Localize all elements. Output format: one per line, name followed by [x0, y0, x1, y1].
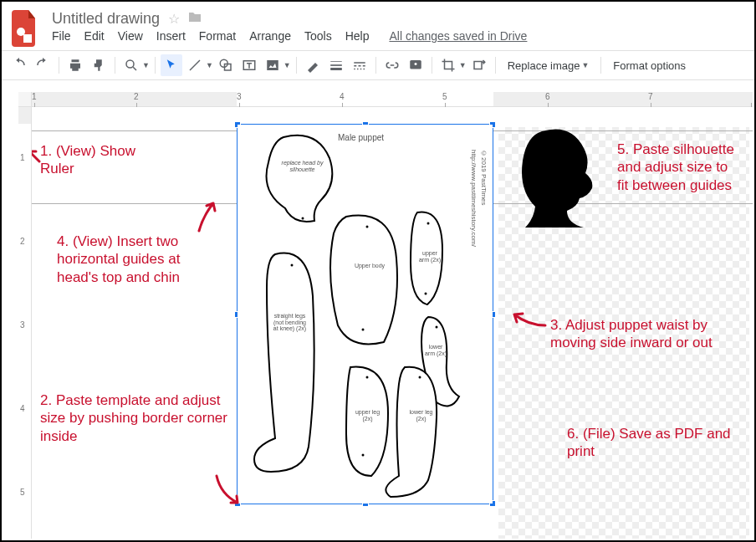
ruler-tick: 4: [340, 92, 345, 101]
svg-point-11: [366, 226, 369, 228]
print-button[interactable]: [64, 54, 86, 76]
zoom-button[interactable]: [120, 54, 142, 76]
puppet-head-label: replace head by silhouette: [279, 160, 325, 172]
ruler-tick: 5: [442, 92, 447, 101]
zoom-dropdown-icon[interactable]: ▼: [142, 61, 150, 69]
image-tool[interactable]: [262, 54, 284, 76]
crop-dropdown-icon[interactable]: ▼: [459, 61, 467, 69]
svg-rect-7: [267, 60, 278, 70]
reset-image-button[interactable]: [468, 54, 490, 76]
menu-bar: File Edit View Insert Format Arrange Too…: [52, 28, 527, 48]
annotation-1: 1. (View) Show Ruler: [40, 142, 166, 178]
puppet-lowerarm-label: lower arm (2x): [423, 344, 448, 356]
border-dash-button[interactable]: [349, 54, 370, 76]
annotation-4: 4. (View) Insert two horizontal guides a…: [57, 233, 224, 286]
menu-tools[interactable]: Tools: [304, 29, 332, 43]
border-color-button[interactable]: [302, 54, 324, 76]
svg-rect-9: [474, 62, 482, 69]
arrow-1: [32, 149, 43, 168]
puppet-upperarm-label: upper arm (2x): [417, 250, 442, 263]
folder-icon[interactable]: [188, 11, 202, 26]
format-options-button[interactable]: Format options: [606, 59, 692, 72]
ruler-tick: 7: [648, 92, 653, 101]
line-dropdown-icon[interactable]: ▼: [206, 61, 213, 69]
titlebar: Untitled drawing ☆ File Edit View Insert…: [2, 2, 754, 50]
paint-format-button[interactable]: [88, 54, 110, 76]
menu-file[interactable]: File: [52, 29, 71, 43]
puppet-upperleg-label: upper leg (2x): [353, 409, 382, 422]
arrow-4: [195, 199, 220, 235]
annotation-6: 6. (File) Save as PDF and print: [567, 425, 734, 461]
border-weight-button[interactable]: [325, 54, 347, 76]
ruler-corner: [18, 92, 32, 107]
ruler-tick: 2: [20, 237, 25, 246]
svg-point-18: [362, 454, 365, 457]
svg-point-14: [425, 293, 427, 295]
svg-point-16: [291, 264, 294, 267]
puppet-lowerleg-label: lower leg (2x): [406, 409, 436, 422]
silhouette-image[interactable]: [517, 127, 600, 228]
ruler-tick: 1: [20, 153, 25, 162]
star-icon[interactable]: ☆: [168, 11, 180, 27]
ruler-tick: 4: [20, 404, 25, 413]
image-dropdown-icon[interactable]: ▼: [284, 61, 291, 69]
drawing-canvas[interactable]: Male puppet ©2019 PastTimes http://www.p…: [32, 107, 753, 539]
menu-format[interactable]: Format: [199, 29, 236, 43]
svg-point-19: [419, 376, 421, 379]
undo-button[interactable]: [8, 54, 30, 76]
svg-point-13: [427, 222, 430, 225]
menu-view[interactable]: View: [118, 29, 143, 43]
app-icon: [10, 8, 40, 49]
arrow-3: [510, 310, 548, 334]
menu-insert[interactable]: Insert: [156, 29, 186, 43]
select-tool[interactable]: [161, 54, 182, 76]
ruler-tick: 5: [20, 488, 25, 497]
save-status[interactable]: All changes saved in Drive: [389, 29, 527, 43]
annotation-2: 2. Paste template and adjust size by pus…: [40, 391, 232, 445]
puppet-upperbody-label: Upper body: [353, 263, 386, 269]
ruler-tick: 2: [134, 92, 139, 101]
menu-edit[interactable]: Edit: [84, 29, 105, 43]
menu-arrange[interactable]: Arrange: [249, 29, 291, 43]
ruler-tick: 1: [32, 92, 37, 101]
textbox-tool[interactable]: [238, 54, 260, 76]
svg-point-3: [126, 60, 134, 68]
svg-point-17: [366, 376, 369, 379]
svg-rect-1: [23, 34, 32, 43]
vertical-ruler[interactable]: 1 2 3 4 5: [18, 107, 32, 539]
document-title[interactable]: Untitled drawing: [52, 10, 160, 28]
workspace: 1 2 3 4 5 6 7 1 2 3 4 5: [3, 92, 753, 539]
annotation-5: 5. Paste silhouette and adjust size to f…: [617, 141, 743, 194]
shape-tool[interactable]: [215, 54, 237, 76]
toolbar: ▼ ▼ ▼ ▼ Replace image▼ Format options: [2, 50, 754, 80]
svg-point-12: [362, 329, 365, 331]
redo-button[interactable]: [32, 54, 54, 76]
comment-button[interactable]: [405, 54, 427, 76]
ruler-tick: 3: [20, 320, 25, 330]
puppet-legs-label: straight legs (not bending at knee) (2x): [271, 313, 309, 332]
horizontal-ruler[interactable]: 1 2 3 4 5 6 7: [32, 92, 753, 107]
annotation-3: 3. Adjust puppet waist by moving side in…: [550, 316, 743, 352]
svg-point-10: [302, 217, 304, 220]
ruler-tick: 3: [237, 92, 242, 101]
menu-help[interactable]: Help: [345, 29, 370, 43]
crop-button[interactable]: [437, 54, 459, 76]
link-button[interactable]: [381, 54, 403, 76]
arrow-2: [214, 473, 243, 509]
replace-image-button[interactable]: Replace image▼: [501, 59, 596, 72]
puppet-template-image[interactable]: Male puppet ©2019 PastTimes http://www.p…: [238, 125, 493, 504]
line-tool[interactable]: [184, 54, 206, 76]
svg-point-15: [436, 326, 438, 329]
ruler-tick: 6: [545, 92, 550, 101]
